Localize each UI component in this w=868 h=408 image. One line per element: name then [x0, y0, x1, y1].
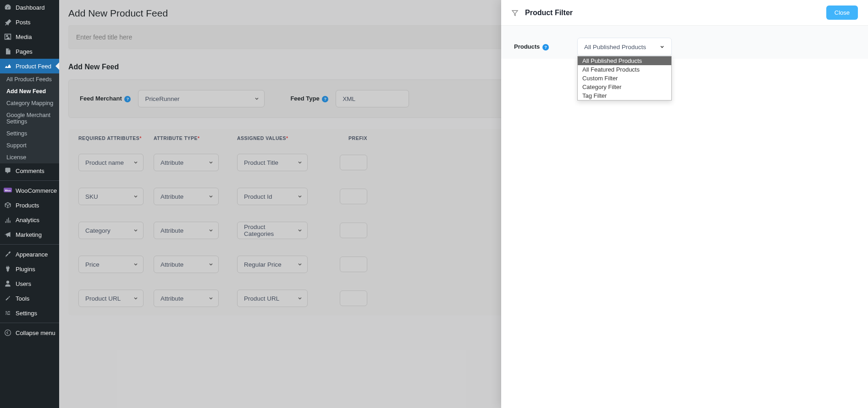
- user-icon: [4, 279, 12, 288]
- sidebar-item-products[interactable]: Products: [0, 198, 59, 212]
- sidebar-item-label: Analytics: [16, 217, 39, 224]
- sidebar-item-label: Plugins: [16, 266, 35, 273]
- pin-icon: [4, 18, 12, 26]
- megaphone-icon: [4, 230, 12, 239]
- woo-icon: Woo: [4, 186, 12, 195]
- close-button[interactable]: Close: [826, 6, 858, 20]
- wrench-icon: [4, 294, 12, 302]
- comment-icon: [4, 167, 12, 175]
- sidebar-item-label: WooCommerce: [16, 187, 57, 194]
- dropdown-option[interactable]: Custom Filter: [578, 74, 671, 83]
- filter-icon: [511, 9, 519, 17]
- dropdown-option[interactable]: All Featured Products: [578, 65, 671, 74]
- sidebar-item-plugins[interactable]: Plugins: [0, 262, 59, 276]
- sidebar-item-posts[interactable]: Posts: [0, 15, 59, 29]
- analytics-icon: [4, 216, 12, 224]
- products-icon: [4, 201, 12, 209]
- sidebar-item-label: Dashboard: [16, 4, 45, 11]
- sidebar-item-label: Appearance: [16, 251, 48, 258]
- panel-header: Product Filter Close: [501, 0, 868, 26]
- submenu-google-merchant[interactable]: Google Merchant Settings: [0, 109, 59, 128]
- brush-icon: [4, 250, 12, 258]
- sidebar-item-media[interactable]: Media: [0, 29, 59, 44]
- media-icon: [4, 33, 12, 41]
- sidebar-item-label: Settings: [16, 310, 37, 317]
- products-dropdown-list: All Published ProductsAll Featured Produ…: [577, 56, 672, 101]
- svg-point-2: [5, 330, 11, 336]
- sidebar-item-product-feed[interactable]: Product Feed: [0, 59, 59, 73]
- sidebar-item-label: Media: [16, 34, 32, 40]
- chart-icon: [4, 62, 12, 70]
- sidebar-item-woocommerce[interactable]: Woo WooCommerce: [0, 183, 59, 198]
- sidebar-item-collapse[interactable]: Collapse menu: [0, 325, 59, 340]
- dropdown-option[interactable]: Tag Filter: [578, 91, 671, 100]
- panel-title: Product Filter: [525, 9, 573, 17]
- products-label: Products ?: [514, 43, 549, 50]
- sidebar-item-comments[interactable]: Comments: [0, 163, 59, 178]
- sidebar-item-users[interactable]: Users: [0, 276, 59, 291]
- sidebar-item-analytics[interactable]: Analytics: [0, 212, 59, 227]
- sidebar-item-label: Collapse menu: [16, 330, 55, 336]
- sidebar-item-label: Products: [16, 202, 39, 209]
- dashboard-icon: [4, 3, 12, 11]
- admin-sidebar: Dashboard Posts Media Pages Product Feed…: [0, 0, 59, 408]
- sidebar-item-label: Posts: [16, 19, 31, 26]
- products-select[interactable]: All Published Products: [577, 38, 672, 56]
- submenu-category-mapping[interactable]: Category Mapping: [0, 97, 59, 109]
- submenu-settings[interactable]: Settings: [0, 128, 59, 140]
- sidebar-item-label: Comments: [16, 168, 44, 174]
- submenu-support[interactable]: Support: [0, 140, 59, 151]
- sidebar-item-label: Marketing: [16, 231, 42, 238]
- submenu-all-feeds[interactable]: All Product Feeds: [0, 73, 59, 85]
- sidebar-item-marketing[interactable]: Marketing: [0, 227, 59, 242]
- select-value: All Published Products: [584, 44, 646, 50]
- chevron-down-icon: [659, 44, 665, 50]
- sidebar-item-pages[interactable]: Pages: [0, 44, 59, 59]
- sidebar-item-label: Pages: [16, 48, 33, 55]
- help-icon[interactable]: ?: [542, 44, 549, 50]
- sidebar-item-appearance[interactable]: Appearance: [0, 247, 59, 262]
- sidebar-item-label: Users: [16, 280, 31, 287]
- collapse-icon: [4, 329, 12, 337]
- submenu-add-new-feed[interactable]: Add New Feed: [0, 85, 59, 97]
- sidebar-item-dashboard[interactable]: Dashboard: [0, 0, 59, 15]
- sidebar-item-label: Product Feed: [16, 63, 51, 70]
- dropdown-option[interactable]: All Published Products: [578, 56, 671, 65]
- pages-icon: [4, 47, 12, 56]
- sidebar-submenu: All Product Feeds Add New Feed Category …: [0, 73, 59, 163]
- svg-text:Woo: Woo: [5, 189, 11, 192]
- sidebar-item-label: Tools: [16, 295, 29, 302]
- sidebar-item-settings[interactable]: Settings: [0, 306, 59, 320]
- submenu-license[interactable]: License: [0, 151, 59, 163]
- plug-icon: [4, 265, 12, 273]
- product-filter-panel: Product Filter Close Products ? All Publ…: [501, 0, 868, 408]
- dropdown-option[interactable]: Category Filter: [578, 83, 671, 91]
- sidebar-item-tools[interactable]: Tools: [0, 291, 59, 306]
- sliders-icon: [4, 309, 12, 317]
- panel-body: Products ? All Published Products All Pu…: [501, 26, 868, 59]
